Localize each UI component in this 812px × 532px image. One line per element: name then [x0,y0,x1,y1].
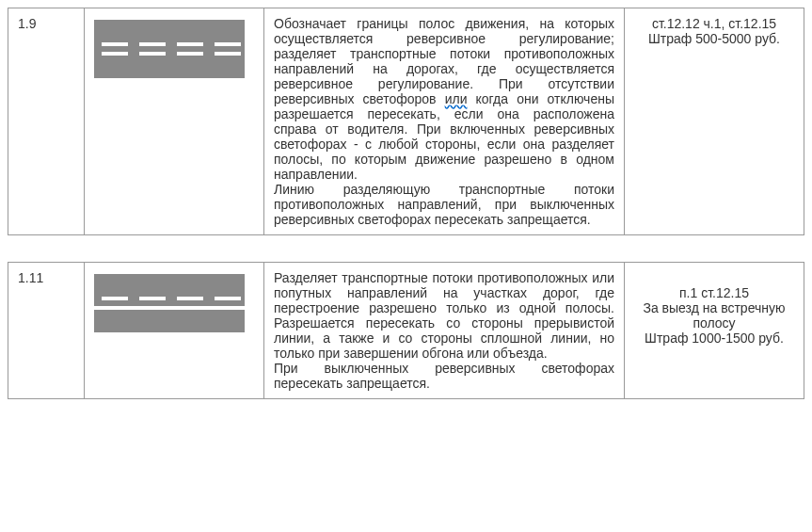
road-marking-solid-dashed-icon [94,274,245,332]
fine-line-2: Штраф 500-5000 руб. [634,31,794,46]
svg-rect-0 [102,42,128,46]
marking-image-cell [85,8,264,235]
table-row: 1.11 Разделяет транспортные потоки проти… [8,262,804,399]
svg-rect-5 [139,52,166,56]
fine-line-3: Штраф 1000-1500 руб. [634,330,794,346]
svg-rect-10 [177,297,203,300]
svg-rect-11 [215,297,241,300]
road-marking-double-dashed-icon [94,20,245,78]
rule-number: 1.11 [18,270,43,285]
fine-line-1: п.1 ст.12.15 [634,285,794,300]
fine-cell: ст.12.12 ч.1, ст.12.15 Штраф 500-5000 ру… [625,8,804,235]
rule-number-cell: 1.11 [8,263,85,399]
description-cell: Обозначает границы полос движения, на ко… [264,8,625,235]
desc-text-wavy: или [445,91,468,106]
svg-rect-6 [177,52,203,56]
desc-paragraph-2: Линию разделяющую транспортные потоки пр… [274,182,614,227]
svg-rect-3 [215,42,241,46]
desc-text: Разделяет транспортные потоки противопол… [274,270,614,361]
desc-paragraph-2: При выключенных реверсивных светофорах п… [274,361,614,391]
fine-cell: п.1 ст.12.15 За выезд на встречную полос… [625,263,804,399]
svg-rect-7 [215,52,241,56]
svg-rect-9 [139,297,166,300]
svg-rect-1 [139,42,166,46]
rule-number-cell: 1.9 [8,8,85,235]
fine-line-1: ст.12.12 ч.1, ст.12.15 [634,16,794,31]
svg-rect-2 [177,42,203,46]
svg-rect-8 [102,297,128,300]
marking-image-cell [85,263,264,399]
svg-rect-12 [94,306,245,310]
svg-rect-4 [102,52,128,56]
fine-line-2: За выезд на встречную полосу [634,300,794,330]
table-gap [8,235,804,262]
rule-number: 1.9 [18,16,36,31]
description-cell: Разделяет транспортные потоки противопол… [264,263,625,399]
table-row: 1.9 Обозначает границы полос движения, н… [8,8,804,235]
